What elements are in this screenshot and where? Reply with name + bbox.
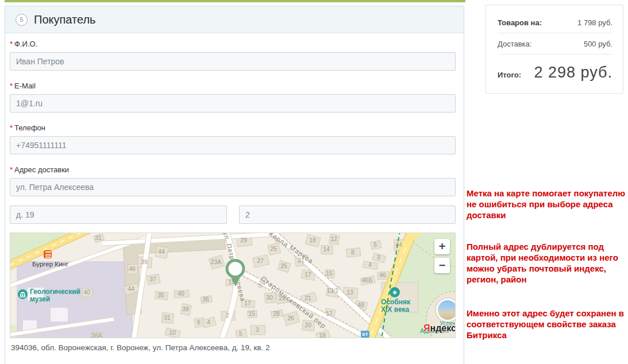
house-number: 5 bbox=[239, 330, 242, 337]
street-label-staromoskovsky: Старомосковский пер. bbox=[259, 274, 329, 332]
house-number: 3 bbox=[377, 254, 380, 261]
yandex-logo-letter: Я bbox=[423, 323, 430, 333]
house-number: 17 bbox=[305, 271, 311, 278]
yandex-logo[interactable]: Яндекс bbox=[423, 323, 456, 334]
house-number: 10 bbox=[169, 329, 176, 336]
map-pin-icon[interactable] bbox=[224, 258, 247, 288]
delivery-map[interactable]: ул. Петра Алексеева Карла Маркса Старомо… bbox=[10, 233, 456, 338]
house-number: 23А bbox=[211, 258, 222, 265]
summary-row-delivery: Доставка: 500 руб. bbox=[498, 33, 612, 55]
summary-delivery-value: 500 руб. bbox=[584, 40, 612, 48]
house-number: 13 bbox=[346, 289, 353, 296]
map-zoom-out-button[interactable]: − bbox=[434, 258, 450, 273]
address-street-input[interactable] bbox=[10, 178, 456, 196]
house-number: 38А bbox=[91, 332, 102, 338]
house-number: 22 bbox=[279, 295, 286, 301]
house-number: 17 bbox=[244, 300, 251, 307]
address-house-input[interactable] bbox=[10, 206, 227, 224]
house-number: 40 bbox=[83, 289, 90, 296]
full-address-text: 394036, обл. Воронежская, г. Воронеж, ул… bbox=[10, 338, 456, 352]
museum-icon bbox=[18, 289, 28, 299]
house-number: 44 bbox=[158, 248, 165, 255]
previous-section-bar bbox=[5, 0, 465, 2]
summary-items-value: 1 798 руб. bbox=[577, 18, 612, 27]
required-mark: * bbox=[10, 165, 13, 174]
phone-input[interactable] bbox=[10, 136, 456, 154]
house-number: 8 bbox=[351, 249, 355, 255]
poi-mansion: Особняк XIX века bbox=[381, 299, 410, 313]
house-number: 21 bbox=[305, 295, 311, 301]
summary-items-label: Товаров на: bbox=[498, 18, 542, 27]
annotation-bitrix-property: Именно этот адрес будет сохранен в соотв… bbox=[467, 308, 626, 340]
house-number: 46 bbox=[379, 272, 386, 278]
house-number: 28 bbox=[273, 310, 280, 317]
house-number: 2 bbox=[226, 312, 229, 319]
house-number: 46Б bbox=[362, 277, 373, 284]
phone-label: *Телефон bbox=[10, 123, 456, 132]
yandex-logo-rest: ндекс bbox=[430, 323, 456, 333]
buyer-section: 5 Покупатель *Ф.И.О. *E-Mail *Телефон *А… bbox=[5, 6, 464, 364]
section-header: 5 Покупатель bbox=[5, 6, 464, 33]
required-mark: * bbox=[10, 82, 13, 90]
burger-king-icon bbox=[44, 250, 52, 258]
house-number: 29 bbox=[240, 237, 247, 243]
house-number: 31 bbox=[95, 234, 102, 241]
house-number: 36 bbox=[202, 296, 209, 303]
house-number: 27 bbox=[257, 257, 264, 264]
house-number: 21 bbox=[298, 257, 305, 264]
house-number: 25 bbox=[280, 262, 287, 269]
summary-delivery-label: Доставка: bbox=[498, 40, 531, 48]
house-number: 20 bbox=[305, 322, 311, 328]
step-number-icon: 5 bbox=[16, 14, 28, 26]
house-number: 14 bbox=[323, 246, 330, 253]
map-zoom-in-button[interactable]: + bbox=[434, 239, 450, 254]
house-number: 39 bbox=[141, 258, 148, 265]
house-number: 13/1 bbox=[327, 287, 338, 294]
house-number: 18 bbox=[319, 332, 326, 338]
address-apartment-input[interactable] bbox=[239, 206, 456, 224]
transit-stop-icon: ЕТ bbox=[361, 331, 369, 338]
house-number: 38 bbox=[182, 305, 189, 312]
required-mark: * bbox=[10, 40, 13, 48]
buyer-form: *Ф.И.О. *E-Mail *Телефон *Адрес доставки bbox=[5, 33, 464, 352]
house-number: 3 bbox=[256, 326, 259, 333]
house-number: 46 bbox=[129, 265, 136, 272]
checkout-page: 5 Покупатель *Ф.И.О. *E-Mail *Телефон *А… bbox=[0, 0, 628, 364]
address-label-text: Адрес доставки bbox=[14, 165, 69, 174]
phone-label-text: Телефон bbox=[14, 123, 45, 132]
name-label-text: Ф.И.О. bbox=[14, 40, 37, 48]
email-input[interactable] bbox=[10, 94, 456, 113]
email-label: *E-Mail bbox=[10, 82, 456, 90]
summary-row-items: Товаров на: 1 798 руб. bbox=[498, 17, 612, 33]
house-number: 15 bbox=[326, 270, 333, 277]
summary-total-label: Итого: bbox=[498, 71, 521, 79]
house-number: 31 bbox=[164, 314, 171, 321]
house-number: 17 bbox=[326, 310, 333, 317]
page-title: Покупатель bbox=[34, 13, 95, 26]
house-number: 25 bbox=[270, 245, 277, 252]
name-label: *Ф.И.О. bbox=[10, 40, 456, 48]
house-number: 24 bbox=[259, 280, 265, 286]
order-summary: Товаров на: 1 798 руб. Доставка: 500 руб… bbox=[486, 5, 623, 94]
summary-total-value: 2 298 руб. bbox=[534, 64, 612, 82]
house-number: 30 bbox=[266, 294, 273, 301]
house-number: 5 bbox=[373, 241, 377, 248]
house-number: 6 bbox=[197, 319, 201, 326]
poi-geology-museum: Геологический музей bbox=[30, 288, 80, 303]
house-number: 44 bbox=[395, 241, 402, 248]
house-number: 12 bbox=[330, 235, 337, 242]
mansion-star-icon: ★ bbox=[390, 287, 400, 297]
name-input[interactable] bbox=[10, 52, 456, 71]
summary-total-row: Итого: 2 298 руб. bbox=[498, 64, 612, 82]
house-number: 37 bbox=[149, 276, 156, 282]
house-number: 15 bbox=[248, 310, 255, 317]
house-number: 40 bbox=[178, 290, 184, 297]
yandex-photo-thumbnail[interactable] bbox=[436, 299, 456, 322]
annotation-full-address: Полный адрес дублируется под картой, при… bbox=[467, 241, 626, 285]
poi-burger-king: Бургер Кинг bbox=[32, 261, 68, 268]
house-number: 4 bbox=[368, 261, 372, 268]
annotation-map-marker: Метка на карте помогает покупателю не ош… bbox=[467, 188, 626, 220]
address-details-row bbox=[10, 206, 456, 224]
house-number: 18 bbox=[309, 237, 316, 243]
house-number: 4 bbox=[207, 319, 210, 326]
